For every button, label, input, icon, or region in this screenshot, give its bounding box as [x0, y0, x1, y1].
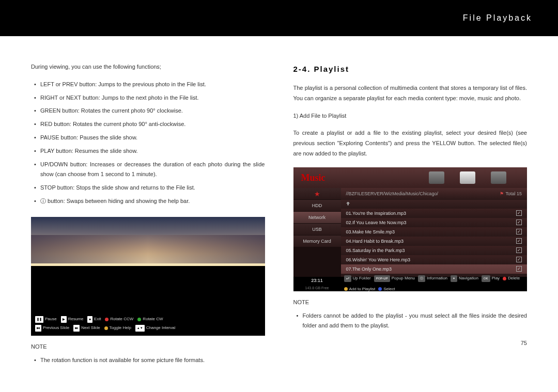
- blue-dot-icon: [378, 287, 382, 291]
- function-item: ⓘ button: Swaps between hiding and showi…: [31, 196, 265, 207]
- video-tab-icon: [429, 171, 444, 184]
- button-icon: POP-UP: [374, 275, 390, 282]
- button-icon: ❚❚: [35, 316, 43, 323]
- add-file-text: To create a playlist or add a file to th…: [293, 128, 528, 159]
- checkbox-icon: ✓: [516, 247, 522, 253]
- green-dot-icon: [137, 318, 141, 321]
- function-item: RIGHT or NEXT button: Jumps to the next …: [31, 93, 265, 103]
- header-title: File Playback: [463, 13, 532, 23]
- file-name: 07.The Only One.mp3: [346, 265, 392, 273]
- file-row: 04.Hard Habit to Break.mp3✓: [341, 237, 528, 246]
- sidebar-item: Network: [293, 212, 341, 224]
- function-item: LEFT or PREV button: Jumps to the previo…: [31, 80, 265, 90]
- file-row: 01.You're the Inspiration.mp3✓: [341, 209, 528, 218]
- checkbox-icon: ✓: [516, 238, 522, 244]
- checkbox-icon: ✓: [516, 266, 522, 272]
- page-header: File Playback: [0, 0, 558, 36]
- function-item: STOP button: Stops the slide show and re…: [31, 183, 265, 193]
- help-item: Toggle Help: [104, 324, 131, 332]
- music-tab-label: Music: [301, 169, 326, 186]
- total-count: ⚑Total 15: [500, 190, 522, 198]
- checkbox-icon: ✓: [516, 257, 522, 262]
- music-tab-icon: [460, 171, 475, 184]
- note-item: Folders cannot be added to the playlist …: [293, 311, 528, 332]
- file-name: 02.If You Leave Me Now.mp3: [346, 218, 407, 227]
- file-name: 04.Hard Habit to Break.mp3: [346, 237, 404, 245]
- button-icon: OK: [482, 275, 490, 282]
- sidebar-item: ★: [293, 188, 341, 200]
- function-item: RED button: Rotates the current photo 90…: [31, 119, 265, 130]
- file-row: 07.The Only One.mp3✓: [341, 264, 528, 274]
- bottom-item: ⓘInformation: [418, 275, 447, 282]
- button-icon: ▶: [61, 316, 67, 323]
- page-body: During viewing, you can use the followin…: [0, 36, 558, 389]
- subsection-heading: 1) Add File to Playlist: [293, 111, 528, 121]
- file-name: 05.Saturday in the Park.mp3: [346, 246, 405, 255]
- function-item: GREEN button: Rotates the current photo …: [31, 106, 265, 116]
- bottom-item: Select: [378, 286, 395, 291]
- red-dot-icon: [503, 277, 506, 280]
- playlist-intro: The playlist is a personal collection of…: [293, 83, 528, 104]
- button-icon: ⓘ: [418, 275, 425, 282]
- button-icon: ✦: [451, 275, 457, 282]
- sidebar-item: USB: [293, 224, 341, 236]
- help-item: ⏭Next Slide: [73, 324, 100, 332]
- function-list: LEFT or PREV button: Jumps to the previo…: [31, 80, 265, 207]
- playback-time: 23:11: [293, 276, 341, 285]
- help-item: ❚❚Pause: [35, 316, 57, 323]
- source-sidebar: ★HDDNetworkUSBMemory Card: [293, 188, 341, 277]
- help-item: Rotate CCW: [105, 316, 133, 323]
- slideshow-screenshot: ❚❚Pause▶Resume■ExitRotate CCWRotate CW ⏮…: [31, 217, 265, 336]
- button-icon: ▲▼: [135, 325, 145, 332]
- music-browser-screenshot: Music ★HDDNetworkUSBMemory Card //BZFILE…: [293, 167, 528, 291]
- note-heading: NOTE: [31, 342, 265, 352]
- function-item: UP/DOWN button: Increases or decreases t…: [31, 160, 265, 180]
- function-item: PLAY button: Resumes the slide show.: [31, 146, 265, 156]
- bottom-item: OKPlay: [482, 275, 500, 282]
- left-note-list: The rotation function is not available f…: [31, 355, 265, 366]
- up-folder-row: [341, 200, 528, 209]
- file-row: 03.Make Me Smile.mp3✓: [341, 227, 528, 237]
- button-icon: ⏭: [73, 325, 80, 332]
- help-item: Rotate CW: [137, 316, 163, 323]
- red-dot-icon: [105, 318, 109, 321]
- folder-path: //BZFILESERVER/WizMedia/Music/Chicago/: [346, 190, 438, 198]
- intro-text: During viewing, you can use the followin…: [31, 62, 265, 72]
- sidebar-item: HDD: [293, 200, 341, 212]
- left-column: During viewing, you can use the followin…: [31, 62, 265, 368]
- file-content: //BZFILESERVER/WizMedia/Music/Chicago/ ⚑…: [341, 188, 528, 277]
- sidebar-item: Memory Card: [293, 236, 341, 247]
- bottom-item: ✦Navigation: [451, 275, 478, 282]
- help-bar: ❚❚Pause▶Resume■ExitRotate CCWRotate CW ⏮…: [31, 313, 265, 336]
- button-icon: ■: [87, 316, 92, 323]
- note-item: The rotation function is not available f…: [31, 355, 265, 366]
- help-item: ⏮Previous Slide: [35, 324, 69, 332]
- file-name: 01.You're the Inspiration.mp3: [346, 209, 406, 217]
- checkbox-icon: ✓: [516, 229, 522, 234]
- bottom-item: Add to Playlist: [344, 286, 376, 291]
- file-row: 05.Saturday in the Park.mp3✓: [341, 246, 528, 255]
- media-tabs: Music: [293, 167, 528, 188]
- bottom-item: Delete: [503, 275, 520, 282]
- yellow-dot-icon: [104, 326, 108, 330]
- photo-tab-icon: [491, 171, 506, 184]
- checkbox-icon: ✓: [516, 219, 522, 225]
- yellow-dot-icon: [344, 287, 348, 291]
- file-row: 02.If You Leave Me Now.mp3✓: [341, 218, 528, 227]
- bottom-item: POP-UPPopup Menu: [374, 275, 415, 282]
- checkbox-icon: ✓: [516, 210, 522, 216]
- right-note-list: Folders cannot be added to the playlist …: [293, 311, 528, 332]
- help-item: ▲▼Change Interval: [135, 324, 175, 332]
- file-name: 06.Wishin' You Were Here.mp3: [346, 256, 411, 264]
- note-heading-right: NOTE: [293, 297, 528, 308]
- help-item: ■Exit: [87, 316, 101, 323]
- file-name: 03.Make Me Smile.mp3: [346, 228, 395, 236]
- help-item: ▶Resume: [61, 316, 84, 323]
- free-space: 143.8 GB Free: [293, 285, 341, 291]
- file-row: 06.Wishin' You Were Here.mp3✓: [341, 255, 528, 264]
- function-item: PAUSE button: Pauses the slide show.: [31, 133, 265, 143]
- section-heading: 2-4. Playlist: [293, 62, 528, 76]
- page-number: 75: [293, 338, 528, 349]
- button-icon: ⮐: [344, 275, 351, 282]
- status-bar: 23:11 143.8 GB Free ⮐Up FolderPOP-UPPopu…: [293, 277, 528, 291]
